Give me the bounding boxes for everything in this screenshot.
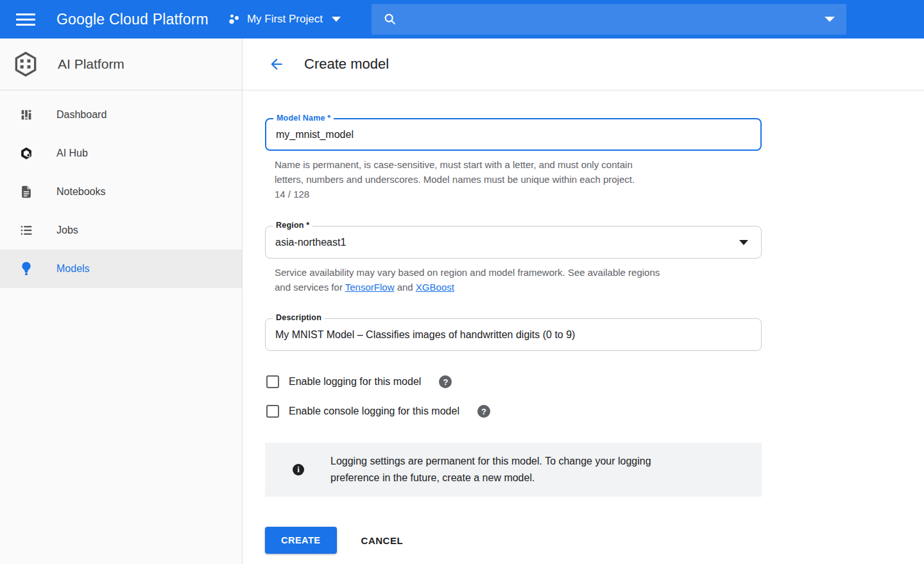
create-button[interactable]: CREATE — [265, 527, 337, 554]
model-name-counter: 14 / 128 — [275, 187, 762, 201]
sidebar-nav: Dashboard AI Hub — [0, 90, 242, 288]
product-title: Google Cloud Platform — [56, 11, 209, 28]
enable-console-logging-label: Enable console logging for this model — [289, 406, 459, 417]
ai-platform-brain-icon — [13, 51, 38, 78]
xgboost-link[interactable]: XGBoost — [416, 282, 454, 293]
sidebar-item-jobs[interactable]: Jobs — [0, 211, 242, 250]
create-model-form: Model Name * Name is permanent, is case-… — [243, 118, 762, 554]
region-helper: Service availability may vary based on r… — [275, 265, 762, 295]
project-icon — [227, 13, 241, 26]
model-name-input[interactable] — [266, 129, 760, 141]
top-app-bar: Google Cloud Platform My First Project — [0, 0, 924, 38]
sidebar-item-label: AI Hub — [56, 148, 88, 159]
model-name-label: Model Name * — [273, 114, 334, 123]
sidebar-item-label: Models — [56, 263, 90, 275]
enable-console-logging-row: Enable console logging for this model ? — [266, 405, 762, 418]
sidebar: AI Platform Dashboard — [0, 38, 243, 564]
models-balloon-icon — [18, 261, 35, 277]
page-title: Create model — [304, 56, 389, 73]
enable-logging-label: Enable logging for this model — [289, 376, 421, 388]
description-label: Description — [273, 313, 325, 322]
info-icon: i — [293, 464, 304, 475]
search-input[interactable] — [405, 13, 825, 25]
search-options-caret-icon[interactable] — [825, 17, 835, 22]
ai-hub-icon — [18, 146, 35, 160]
logging-info-note: i Logging settings are permanent for thi… — [265, 443, 762, 497]
console-logging-help-icon[interactable]: ? — [477, 405, 490, 418]
model-name-field: Model Name * — [265, 118, 762, 151]
region-label: Region * — [273, 221, 312, 230]
info-note-text: Logging settings are permanent for this … — [330, 453, 651, 486]
model-name-helper: Name is permanent, is case-sensitive, mu… — [275, 157, 762, 201]
sidebar-item-notebooks[interactable]: Notebooks — [0, 173, 242, 211]
form-actions: CREATE CANCEL — [265, 527, 762, 554]
cancel-button[interactable]: CANCEL — [361, 535, 404, 546]
sidebar-item-dashboard[interactable]: Dashboard — [0, 96, 242, 134]
sidebar-item-label: Notebooks — [56, 186, 106, 198]
sidebar-title: AI Platform — [58, 56, 124, 72]
description-input[interactable] — [266, 329, 761, 341]
enable-logging-checkbox[interactable] — [266, 375, 279, 388]
project-name: My First Project — [247, 13, 323, 26]
description-field: Description — [265, 318, 762, 351]
sidebar-item-label: Jobs — [56, 225, 78, 236]
main-panel: Create model Model Name * Name is perman… — [243, 38, 924, 564]
tensorflow-link[interactable]: TensorFlow — [345, 282, 395, 293]
sidebar-item-models[interactable]: Models — [0, 250, 242, 288]
logging-help-icon[interactable]: ? — [439, 375, 452, 388]
sidebar-item-ai-hub[interactable]: AI Hub — [0, 134, 242, 173]
region-field: Region * — [265, 226, 762, 259]
project-switcher[interactable]: My First Project — [227, 13, 341, 26]
hamburger-menu-icon[interactable] — [0, 0, 51, 38]
page-header: Create model — [243, 38, 924, 90]
sidebar-header: AI Platform — [0, 38, 242, 90]
notebooks-icon — [18, 185, 35, 199]
project-caret-down-icon — [332, 17, 341, 22]
dashboard-icon — [18, 108, 35, 122]
region-select[interactable] — [266, 237, 761, 248]
sidebar-item-label: Dashboard — [56, 109, 107, 121]
jobs-icon — [18, 223, 35, 237]
enable-logging-row: Enable logging for this model ? — [266, 375, 762, 388]
enable-console-logging-checkbox[interactable] — [266, 405, 279, 418]
search-bar[interactable] — [372, 4, 846, 35]
back-arrow-icon[interactable] — [268, 56, 285, 73]
search-icon — [383, 12, 397, 26]
